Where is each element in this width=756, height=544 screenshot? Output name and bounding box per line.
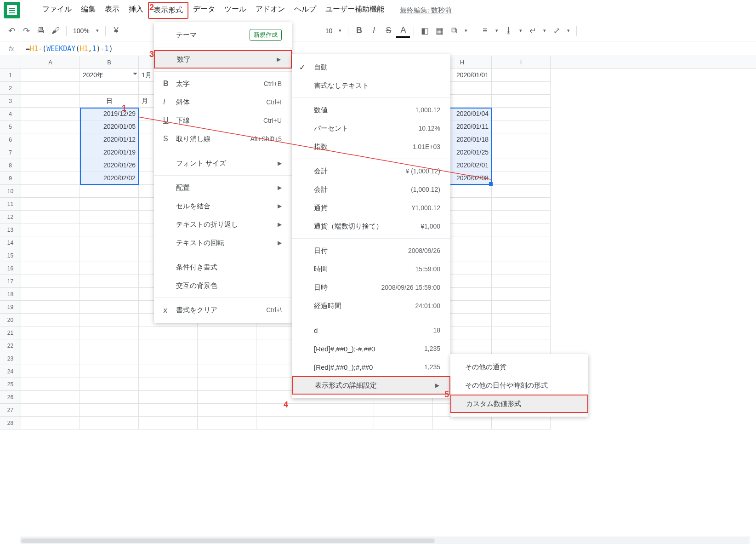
cell-A5[interactable] xyxy=(21,120,80,133)
custom-number-format[interactable]: カスタム数値形式 xyxy=(450,395,588,413)
cell-B16[interactable] xyxy=(80,262,139,275)
cell-A6[interactable] xyxy=(21,133,80,146)
cell-B9[interactable]: 2020/02/02 xyxy=(80,172,139,185)
number-datetime[interactable]: 日時2008/09/26 15:59:00 xyxy=(292,278,450,297)
cell-I8[interactable] xyxy=(492,159,551,172)
font-size-select[interactable]: 10 xyxy=(323,27,335,34)
cell-B11[interactable] xyxy=(80,198,139,211)
cell-F27[interactable] xyxy=(315,404,374,417)
sheets-app-icon[interactable] xyxy=(4,2,20,18)
cell-B13[interactable] xyxy=(80,223,139,236)
italic-button[interactable]: I xyxy=(367,24,381,38)
row-header-14[interactable]: 14 xyxy=(0,236,21,249)
cell-A26[interactable] xyxy=(21,391,80,404)
row-header-27[interactable]: 27 xyxy=(0,404,21,417)
cell-I17[interactable] xyxy=(492,275,551,288)
wrap-button[interactable]: ↵ xyxy=(526,24,540,38)
cell-D22[interactable] xyxy=(198,339,256,352)
row-header-6[interactable]: 6 xyxy=(0,133,21,146)
row-header-9[interactable]: 9 xyxy=(0,172,21,185)
menu-alt-colors[interactable]: 交互の背景色 xyxy=(154,276,292,295)
cell-A4[interactable] xyxy=(21,108,80,120)
menu-strike[interactable]: S取り消し線Alt+Shift+5 xyxy=(154,130,292,148)
cell-A28[interactable] xyxy=(21,417,80,429)
col-header-A[interactable]: A xyxy=(21,56,80,69)
number-percent[interactable]: パーセント10.12% xyxy=(292,119,450,137)
cell-C21[interactable] xyxy=(139,326,198,339)
cell-C23[interactable] xyxy=(139,352,198,365)
row-header-20[interactable]: 20 xyxy=(0,314,21,326)
redo-button[interactable]: ↷ xyxy=(19,24,33,38)
cell-A7[interactable] xyxy=(21,146,80,159)
print-button[interactable]: 🖶 xyxy=(34,24,48,38)
cell-I21[interactable] xyxy=(492,326,551,339)
cell-B21[interactable] xyxy=(80,326,139,339)
menu-number[interactable]: 数字▶ xyxy=(154,50,292,69)
v-align-button[interactable]: ⭳ xyxy=(502,24,516,38)
rotate-button[interactable]: ⤢ xyxy=(550,24,563,38)
cell-A16[interactable] xyxy=(21,262,80,275)
cell-A10[interactable] xyxy=(21,185,80,198)
cell-B18[interactable] xyxy=(80,288,139,301)
row-header-1[interactable]: 1 xyxy=(0,69,21,82)
row-header-22[interactable]: 22 xyxy=(0,339,21,352)
borders-button[interactable]: ▦ xyxy=(432,24,446,38)
menu-underline[interactable]: U下線Ctrl+U xyxy=(154,111,292,130)
other-datetime[interactable]: その他の日付や時刻の形式 xyxy=(450,376,588,395)
row-header-25[interactable]: 25 xyxy=(0,378,21,391)
row-header-19[interactable]: 19 xyxy=(0,301,21,314)
menu-挿入[interactable]: 挿入 xyxy=(124,2,148,19)
cell-A13[interactable] xyxy=(21,223,80,236)
row-header-21[interactable]: 21 xyxy=(0,326,21,339)
cell-I7[interactable] xyxy=(492,146,551,159)
cell-A1[interactable] xyxy=(21,69,80,82)
number-time[interactable]: 時間15:59:00 xyxy=(292,260,450,278)
row-header-4[interactable]: 4 xyxy=(0,108,21,120)
cell-A20[interactable] xyxy=(21,314,80,326)
cell-B1[interactable]: 2020年 xyxy=(80,69,139,82)
cell-B2[interactable] xyxy=(80,82,139,95)
menu-ファイル[interactable]: ファイル xyxy=(38,2,76,19)
cell-A15[interactable] xyxy=(21,249,80,262)
cell-I4[interactable] xyxy=(492,108,551,120)
cell-A3[interactable] xyxy=(21,95,80,108)
h-align-button[interactable]: ≡ xyxy=(478,24,492,38)
cell-B25[interactable] xyxy=(80,378,139,391)
cell-B7[interactable]: 2020/01/19 xyxy=(80,146,139,159)
cell-B12[interactable] xyxy=(80,211,139,223)
cell-A21[interactable] xyxy=(21,326,80,339)
row-header-26[interactable]: 26 xyxy=(0,391,21,404)
cell-A2[interactable] xyxy=(21,82,80,95)
cell-B20[interactable] xyxy=(80,314,139,326)
cell-G28[interactable] xyxy=(374,417,433,429)
menu-font-size[interactable]: フォント サイズ▶ xyxy=(154,154,292,172)
row-header-7[interactable]: 7 xyxy=(0,146,21,159)
number-duration[interactable]: 経過時間24:01:00 xyxy=(292,297,450,315)
cell-E28[interactable] xyxy=(256,417,315,429)
menu-表示形式[interactable]: 表示形式 xyxy=(148,2,188,19)
row-header-12[interactable]: 12 xyxy=(0,211,21,223)
cell-B4[interactable]: 2019/12/29 xyxy=(80,108,139,120)
row-header-13[interactable]: 13 xyxy=(0,223,21,236)
number-custom-d[interactable]: d18 xyxy=(292,321,450,339)
formula-input[interactable]: =H1-(WEEKDAY(H1,1)-1) xyxy=(23,45,113,53)
number-custom-red2[interactable]: [Red]#,##0_);#,##01,235 xyxy=(292,358,450,376)
cell-B10[interactable] xyxy=(80,185,139,198)
row-header-16[interactable]: 16 xyxy=(0,262,21,275)
menu-ユーザー補助機能[interactable]: ユーザー補助機能 xyxy=(321,2,389,19)
cell-I15[interactable] xyxy=(492,249,551,262)
cell-A19[interactable] xyxy=(21,301,80,314)
col-header-I[interactable]: I xyxy=(492,56,551,69)
cell-I12[interactable] xyxy=(492,211,551,223)
cell-C24[interactable] xyxy=(139,365,198,378)
cell-D26[interactable] xyxy=(198,391,256,404)
menu-編集[interactable]: 編集 xyxy=(76,2,100,19)
cell-B15[interactable] xyxy=(80,249,139,262)
cell-D24[interactable] xyxy=(198,365,256,378)
cell-A12[interactable] xyxy=(21,211,80,223)
row-header-24[interactable]: 24 xyxy=(0,365,21,378)
cell-I2[interactable] xyxy=(492,82,551,95)
cell-C26[interactable] xyxy=(139,391,198,404)
cell-H28[interactable] xyxy=(433,417,492,429)
row-header-17[interactable]: 17 xyxy=(0,275,21,288)
